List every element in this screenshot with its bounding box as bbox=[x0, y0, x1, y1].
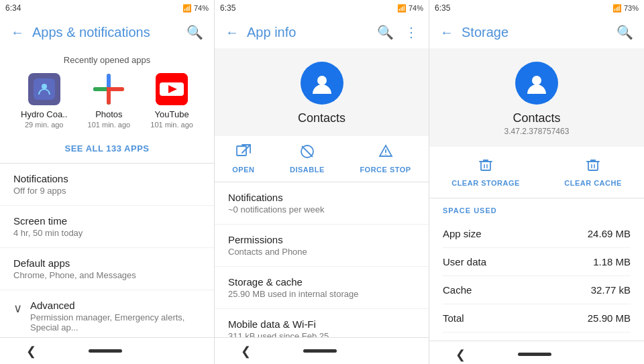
see-all-button[interactable]: SEE ALL 133 APPS bbox=[0, 134, 214, 163]
space-user-data: User data 1.18 MB bbox=[443, 248, 631, 276]
space-app-size: App size 24.69 MB bbox=[443, 220, 631, 248]
advanced-sub-1: Permission manager, Emergency alerts, Sp… bbox=[30, 312, 201, 332]
info-mobile-data-title: Mobile data & Wi-Fi bbox=[228, 318, 415, 330]
youtube-icon bbox=[156, 73, 188, 105]
advanced-text-1: Advanced Permission manager, Emergency a… bbox=[30, 300, 201, 332]
setting-screen-time-title: Screen time bbox=[13, 215, 201, 227]
toolbar-title-2: App info bbox=[247, 25, 372, 40]
open-button[interactable]: OPEN bbox=[232, 144, 254, 174]
youtube-name: YouTube bbox=[155, 109, 189, 119]
open-icon bbox=[236, 144, 251, 163]
recently-header: Recently opened apps bbox=[0, 48, 214, 70]
nav-back-1[interactable]: ❮ bbox=[26, 344, 36, 359]
recent-app-youtube[interactable]: YouTube 101 min. ago bbox=[150, 73, 193, 129]
nav-home-pill-1[interactable] bbox=[89, 349, 122, 353]
advanced-title-1: Advanced bbox=[30, 300, 201, 311]
disable-button[interactable]: DISABLE bbox=[290, 144, 325, 174]
svg-rect-15 bbox=[588, 162, 598, 170]
info-permissions-sub: Contacts and Phone bbox=[228, 247, 415, 257]
status-time-1: 6:34 bbox=[5, 3, 21, 13]
trash-icon-1 bbox=[478, 158, 493, 176]
photos-time: 101 min. ago bbox=[88, 121, 131, 129]
setting-advanced-1[interactable]: ∨ Advanced Permission manager, Emergency… bbox=[0, 290, 214, 337]
setting-default-apps[interactable]: Default apps Chrome, Phone, and Messages bbox=[0, 248, 214, 290]
svg-point-11 bbox=[532, 76, 541, 85]
back-button-3[interactable]: ← bbox=[435, 19, 459, 46]
clear-cache-label: CLEAR CACHE bbox=[564, 179, 622, 187]
nav-bar-2: ❮ bbox=[215, 337, 429, 364]
hydro-icon bbox=[28, 73, 60, 105]
panel-app-info: 6:35 📶 74% ← App info 🔍 ⋮ Contacts bbox=[215, 0, 429, 364]
toolbar-2: ← App info 🔍 ⋮ bbox=[215, 16, 429, 48]
info-permissions[interactable]: Permissions Contacts and Phone bbox=[215, 225, 429, 267]
nav-back-3[interactable]: ❮ bbox=[455, 347, 466, 362]
total-label: Total bbox=[443, 312, 464, 324]
nav-home-pill-2[interactable] bbox=[303, 349, 337, 353]
app-avatar-3 bbox=[515, 62, 558, 105]
toolbar-title-1: Apps & notifications bbox=[32, 25, 181, 40]
setting-screen-time-sub: 4 hr, 50 min today bbox=[13, 228, 201, 238]
cache-label: Cache bbox=[443, 284, 472, 296]
nav-bar-3: ❮ bbox=[429, 341, 644, 364]
youtube-time: 101 min. ago bbox=[150, 121, 193, 129]
app-name-3: Contacts bbox=[513, 111, 560, 125]
status-icons-1: 📶 74% bbox=[182, 4, 209, 13]
clear-cache-button[interactable]: CLEAR CACHE bbox=[564, 158, 622, 187]
status-bar-3: 6:35 📶 73% bbox=[429, 0, 644, 16]
hydro-name: Hydro Coa.. bbox=[21, 109, 67, 119]
search-button-2[interactable]: 🔍 bbox=[372, 19, 399, 46]
info-storage[interactable]: Storage & cache 25.90 MB used in interna… bbox=[215, 267, 429, 309]
nav-back-2[interactable]: ❮ bbox=[241, 344, 251, 359]
search-button-1[interactable]: 🔍 bbox=[181, 19, 209, 46]
setting-notifications[interactable]: Notifications Off for 9 apps bbox=[0, 164, 214, 206]
storage-action-row: CLEAR STORAGE CLEAR CACHE bbox=[429, 147, 644, 198]
status-bar-1: 6:34 📶 74% bbox=[0, 0, 214, 16]
signal-icon-2: 📶 bbox=[397, 4, 407, 13]
app-header-2: Contacts bbox=[215, 48, 429, 136]
setting-notifications-sub: Off for 9 apps bbox=[13, 186, 201, 196]
info-notifications[interactable]: Notifications ~0 notifications per week bbox=[215, 182, 429, 225]
hydro-time: 29 min. ago bbox=[25, 121, 63, 129]
setting-default-apps-title: Default apps bbox=[13, 257, 201, 269]
info-list-2: Notifications ~0 notifications per week … bbox=[215, 182, 429, 337]
info-storage-sub: 25.90 MB used in internal storage bbox=[228, 289, 415, 299]
disable-icon bbox=[300, 144, 315, 163]
open-label: OPEN bbox=[232, 166, 254, 174]
photos-name: Photos bbox=[95, 109, 122, 119]
force-stop-button[interactable]: FORCE STOP bbox=[360, 144, 411, 174]
back-button-1[interactable]: ← bbox=[5, 19, 30, 46]
clear-storage-label: CLEAR STORAGE bbox=[451, 179, 520, 187]
clear-storage-button[interactable]: CLEAR STORAGE bbox=[451, 158, 520, 187]
recent-app-photos[interactable]: Photos 101 min. ago bbox=[88, 73, 131, 129]
svg-rect-12 bbox=[481, 162, 490, 170]
disable-label: DISABLE bbox=[290, 166, 325, 174]
more-button-2[interactable]: ⋮ bbox=[399, 19, 423, 46]
toolbar-3: ← Storage 🔍 bbox=[429, 16, 644, 48]
recent-app-hydro[interactable]: Hydro Coa.. 29 min. ago bbox=[21, 73, 67, 129]
info-storage-title: Storage & cache bbox=[228, 276, 415, 288]
back-button-2[interactable]: ← bbox=[220, 19, 244, 46]
setting-screen-time[interactable]: Screen time 4 hr, 50 min today bbox=[0, 206, 214, 248]
info-notifications-title: Notifications bbox=[228, 192, 415, 203]
nav-home-pill-3[interactable] bbox=[518, 353, 551, 356]
app-size-value: 24.69 MB bbox=[588, 228, 631, 239]
search-button-3[interactable]: 🔍 bbox=[611, 19, 639, 46]
info-mobile-data[interactable]: Mobile data & Wi-Fi 311 kB used since Fe… bbox=[215, 309, 429, 337]
force-stop-label: FORCE STOP bbox=[360, 166, 411, 174]
svg-point-5 bbox=[317, 76, 327, 85]
setting-default-apps-sub: Chrome, Phone, and Messages bbox=[13, 270, 201, 280]
app-size-label: App size bbox=[443, 228, 482, 239]
signal-icon-3: 📶 bbox=[612, 4, 622, 13]
signal-icon-1: 📶 bbox=[182, 4, 192, 13]
battery-3: 73% bbox=[624, 4, 639, 12]
trash-icon-2 bbox=[586, 158, 600, 176]
p1-content: Recently opened apps Hydro Coa.. 29 min.… bbox=[0, 48, 214, 337]
chevron-down-icon-1: ∨ bbox=[13, 301, 22, 316]
total-value: 25.90 MB bbox=[588, 312, 631, 324]
battery-2: 74% bbox=[409, 4, 423, 12]
toolbar-1: ← Apps & notifications 🔍 bbox=[0, 16, 214, 48]
action-row-2: OPEN DISABLE FORCE STOP bbox=[215, 136, 429, 182]
space-cache: Cache 32.77 kB bbox=[443, 276, 631, 304]
user-data-value: 1.18 MB bbox=[593, 256, 631, 267]
app-version-3: 3.47.2.378757463 bbox=[504, 127, 570, 136]
